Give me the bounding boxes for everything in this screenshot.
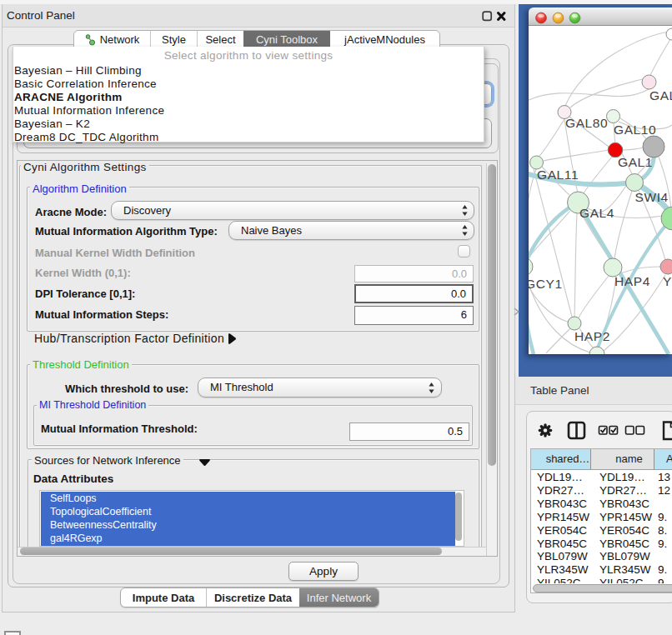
svg-text:HAP2: HAP2 [574,329,610,343]
svg-text:GAL1: GAL1 [618,155,653,169]
svg-text:GCY1: GCY1 [529,277,563,291]
svg-text:GAL11: GAL11 [537,168,579,182]
svg-text:YM: YM [663,274,672,288]
svg-text:GAL7: GAL7 [649,88,672,102]
svg-text:SWI4: SWI4 [635,190,669,204]
svg-text:GAL80: GAL80 [565,116,608,130]
svg-text:GAL4: GAL4 [579,206,614,220]
svg-text:GAL10: GAL10 [614,122,656,137]
svg-text:HAP4: HAP4 [614,274,650,288]
